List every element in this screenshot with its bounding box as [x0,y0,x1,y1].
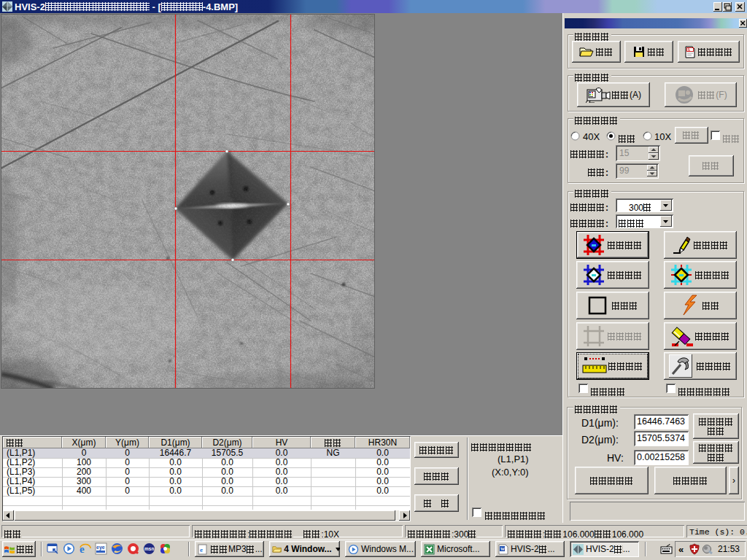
svg-text:eye: eye [96,545,105,551]
svg-text:msn: msn [144,546,154,551]
svg-text:W: W [500,547,505,551]
svg-text:e: e [200,546,203,553]
